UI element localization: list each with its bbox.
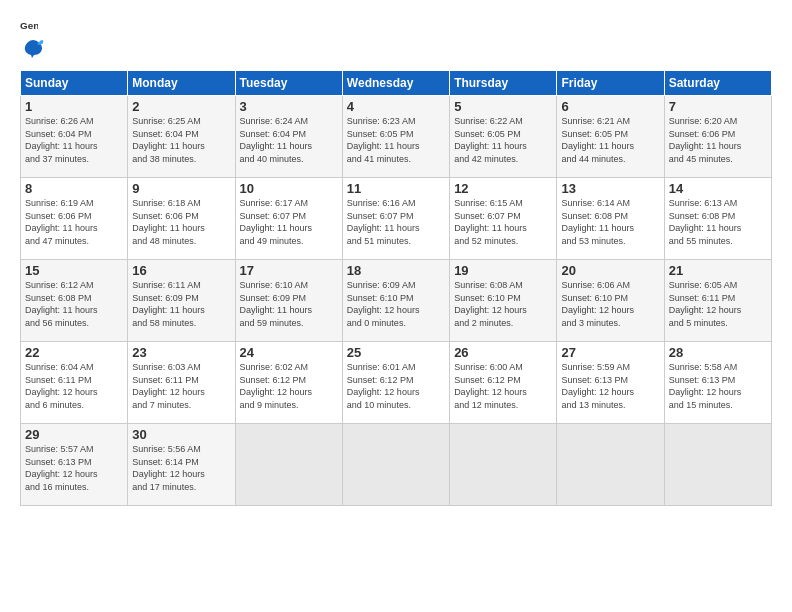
day-info: Sunrise: 6:14 AM Sunset: 6:08 PM Dayligh… bbox=[561, 197, 659, 247]
calendar-cell: 3Sunrise: 6:24 AM Sunset: 6:04 PM Daylig… bbox=[235, 96, 342, 178]
day-number: 3 bbox=[240, 99, 338, 114]
day-number: 17 bbox=[240, 263, 338, 278]
calendar-cell bbox=[450, 424, 557, 506]
day-info: Sunrise: 5:57 AM Sunset: 6:13 PM Dayligh… bbox=[25, 443, 123, 493]
day-info: Sunrise: 6:08 AM Sunset: 6:10 PM Dayligh… bbox=[454, 279, 552, 329]
weekday-monday: Monday bbox=[128, 71, 235, 96]
calendar-cell: 17Sunrise: 6:10 AM Sunset: 6:09 PM Dayli… bbox=[235, 260, 342, 342]
day-number: 10 bbox=[240, 181, 338, 196]
day-info: Sunrise: 6:01 AM Sunset: 6:12 PM Dayligh… bbox=[347, 361, 445, 411]
weekday-wednesday: Wednesday bbox=[342, 71, 449, 96]
day-info: Sunrise: 5:56 AM Sunset: 6:14 PM Dayligh… bbox=[132, 443, 230, 493]
calendar-cell: 28Sunrise: 5:58 AM Sunset: 6:13 PM Dayli… bbox=[664, 342, 771, 424]
calendar-cell bbox=[664, 424, 771, 506]
day-number: 26 bbox=[454, 345, 552, 360]
calendar-cell: 4Sunrise: 6:23 AM Sunset: 6:05 PM Daylig… bbox=[342, 96, 449, 178]
day-info: Sunrise: 6:15 AM Sunset: 6:07 PM Dayligh… bbox=[454, 197, 552, 247]
svg-text:General: General bbox=[20, 20, 38, 31]
page: General SundayMondayTuesdayWednesdayThur… bbox=[0, 0, 792, 612]
calendar-cell: 1Sunrise: 6:26 AM Sunset: 6:04 PM Daylig… bbox=[21, 96, 128, 178]
day-number: 18 bbox=[347, 263, 445, 278]
day-number: 11 bbox=[347, 181, 445, 196]
day-info: Sunrise: 6:22 AM Sunset: 6:05 PM Dayligh… bbox=[454, 115, 552, 165]
day-number: 23 bbox=[132, 345, 230, 360]
day-number: 6 bbox=[561, 99, 659, 114]
calendar-cell: 6Sunrise: 6:21 AM Sunset: 6:05 PM Daylig… bbox=[557, 96, 664, 178]
weekday-thursday: Thursday bbox=[450, 71, 557, 96]
header: General bbox=[20, 18, 772, 60]
day-number: 19 bbox=[454, 263, 552, 278]
calendar-cell: 7Sunrise: 6:20 AM Sunset: 6:06 PM Daylig… bbox=[664, 96, 771, 178]
calendar-cell: 2Sunrise: 6:25 AM Sunset: 6:04 PM Daylig… bbox=[128, 96, 235, 178]
logo-icon: General bbox=[20, 18, 38, 36]
calendar-cell: 14Sunrise: 6:13 AM Sunset: 6:08 PM Dayli… bbox=[664, 178, 771, 260]
day-number: 16 bbox=[132, 263, 230, 278]
logo: General bbox=[20, 18, 46, 60]
day-info: Sunrise: 6:20 AM Sunset: 6:06 PM Dayligh… bbox=[669, 115, 767, 165]
day-info: Sunrise: 6:17 AM Sunset: 6:07 PM Dayligh… bbox=[240, 197, 338, 247]
day-info: Sunrise: 6:24 AM Sunset: 6:04 PM Dayligh… bbox=[240, 115, 338, 165]
calendar-cell: 10Sunrise: 6:17 AM Sunset: 6:07 PM Dayli… bbox=[235, 178, 342, 260]
day-number: 15 bbox=[25, 263, 123, 278]
day-number: 9 bbox=[132, 181, 230, 196]
day-number: 1 bbox=[25, 99, 123, 114]
day-number: 8 bbox=[25, 181, 123, 196]
day-info: Sunrise: 6:09 AM Sunset: 6:10 PM Dayligh… bbox=[347, 279, 445, 329]
day-info: Sunrise: 6:23 AM Sunset: 6:05 PM Dayligh… bbox=[347, 115, 445, 165]
week-row-3: 15Sunrise: 6:12 AM Sunset: 6:08 PM Dayli… bbox=[21, 260, 772, 342]
day-number: 14 bbox=[669, 181, 767, 196]
day-info: Sunrise: 6:00 AM Sunset: 6:12 PM Dayligh… bbox=[454, 361, 552, 411]
calendar-cell: 27Sunrise: 5:59 AM Sunset: 6:13 PM Dayli… bbox=[557, 342, 664, 424]
calendar-cell: 29Sunrise: 5:57 AM Sunset: 6:13 PM Dayli… bbox=[21, 424, 128, 506]
calendar-header: SundayMondayTuesdayWednesdayThursdayFrid… bbox=[21, 71, 772, 96]
day-number: 30 bbox=[132, 427, 230, 442]
day-info: Sunrise: 6:03 AM Sunset: 6:11 PM Dayligh… bbox=[132, 361, 230, 411]
calendar-cell: 12Sunrise: 6:15 AM Sunset: 6:07 PM Dayli… bbox=[450, 178, 557, 260]
day-info: Sunrise: 6:12 AM Sunset: 6:08 PM Dayligh… bbox=[25, 279, 123, 329]
weekday-friday: Friday bbox=[557, 71, 664, 96]
week-row-1: 1Sunrise: 6:26 AM Sunset: 6:04 PM Daylig… bbox=[21, 96, 772, 178]
calendar-cell: 11Sunrise: 6:16 AM Sunset: 6:07 PM Dayli… bbox=[342, 178, 449, 260]
calendar-cell: 16Sunrise: 6:11 AM Sunset: 6:09 PM Dayli… bbox=[128, 260, 235, 342]
calendar-cell: 8Sunrise: 6:19 AM Sunset: 6:06 PM Daylig… bbox=[21, 178, 128, 260]
day-info: Sunrise: 6:18 AM Sunset: 6:06 PM Dayligh… bbox=[132, 197, 230, 247]
day-info: Sunrise: 6:11 AM Sunset: 6:09 PM Dayligh… bbox=[132, 279, 230, 329]
day-number: 20 bbox=[561, 263, 659, 278]
day-info: Sunrise: 5:59 AM Sunset: 6:13 PM Dayligh… bbox=[561, 361, 659, 411]
day-number: 22 bbox=[25, 345, 123, 360]
day-info: Sunrise: 6:19 AM Sunset: 6:06 PM Dayligh… bbox=[25, 197, 123, 247]
day-number: 28 bbox=[669, 345, 767, 360]
day-number: 13 bbox=[561, 181, 659, 196]
day-info: Sunrise: 5:58 AM Sunset: 6:13 PM Dayligh… bbox=[669, 361, 767, 411]
day-info: Sunrise: 6:10 AM Sunset: 6:09 PM Dayligh… bbox=[240, 279, 338, 329]
logo-bird-icon bbox=[22, 38, 44, 60]
calendar-cell bbox=[235, 424, 342, 506]
day-info: Sunrise: 6:21 AM Sunset: 6:05 PM Dayligh… bbox=[561, 115, 659, 165]
day-info: Sunrise: 6:04 AM Sunset: 6:11 PM Dayligh… bbox=[25, 361, 123, 411]
day-number: 27 bbox=[561, 345, 659, 360]
day-number: 7 bbox=[669, 99, 767, 114]
day-info: Sunrise: 6:13 AM Sunset: 6:08 PM Dayligh… bbox=[669, 197, 767, 247]
calendar-cell: 24Sunrise: 6:02 AM Sunset: 6:12 PM Dayli… bbox=[235, 342, 342, 424]
day-number: 12 bbox=[454, 181, 552, 196]
day-number: 24 bbox=[240, 345, 338, 360]
day-info: Sunrise: 6:05 AM Sunset: 6:11 PM Dayligh… bbox=[669, 279, 767, 329]
calendar-cell: 5Sunrise: 6:22 AM Sunset: 6:05 PM Daylig… bbox=[450, 96, 557, 178]
calendar-cell: 23Sunrise: 6:03 AM Sunset: 6:11 PM Dayli… bbox=[128, 342, 235, 424]
weekday-row: SundayMondayTuesdayWednesdayThursdayFrid… bbox=[21, 71, 772, 96]
calendar-cell bbox=[557, 424, 664, 506]
day-info: Sunrise: 6:16 AM Sunset: 6:07 PM Dayligh… bbox=[347, 197, 445, 247]
calendar-cell bbox=[342, 424, 449, 506]
weekday-saturday: Saturday bbox=[664, 71, 771, 96]
day-info: Sunrise: 6:25 AM Sunset: 6:04 PM Dayligh… bbox=[132, 115, 230, 165]
day-number: 5 bbox=[454, 99, 552, 114]
day-number: 2 bbox=[132, 99, 230, 114]
calendar-body: 1Sunrise: 6:26 AM Sunset: 6:04 PM Daylig… bbox=[21, 96, 772, 506]
weekday-tuesday: Tuesday bbox=[235, 71, 342, 96]
calendar-cell: 15Sunrise: 6:12 AM Sunset: 6:08 PM Dayli… bbox=[21, 260, 128, 342]
day-number: 4 bbox=[347, 99, 445, 114]
day-number: 29 bbox=[25, 427, 123, 442]
day-info: Sunrise: 6:02 AM Sunset: 6:12 PM Dayligh… bbox=[240, 361, 338, 411]
calendar-cell: 21Sunrise: 6:05 AM Sunset: 6:11 PM Dayli… bbox=[664, 260, 771, 342]
week-row-2: 8Sunrise: 6:19 AM Sunset: 6:06 PM Daylig… bbox=[21, 178, 772, 260]
